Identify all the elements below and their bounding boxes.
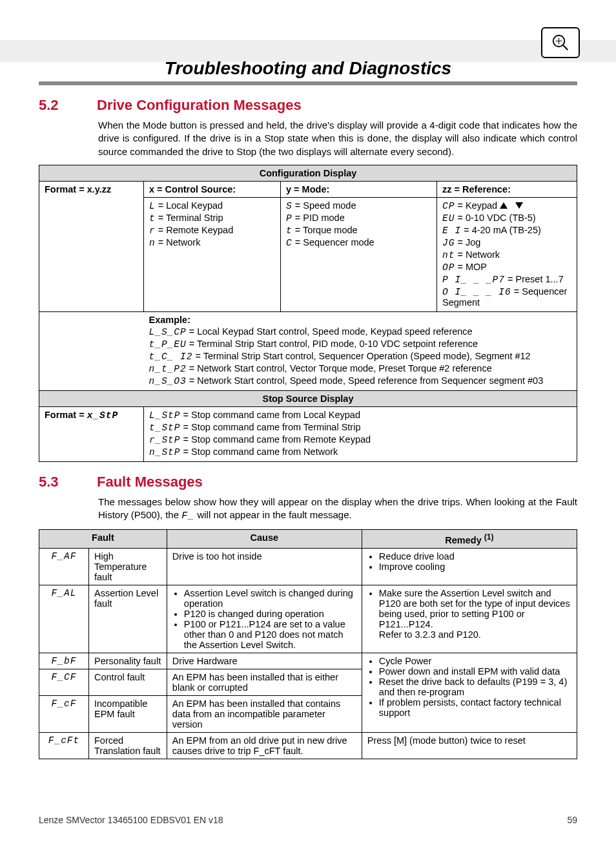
section-5-3-heading: 5.3Fault Messages bbox=[39, 474, 577, 490]
page-footer: Lenze SMVector 13465100 EDBSV01 EN v18 5… bbox=[39, 815, 577, 825]
table-row: F_AF High Temperature fault Drive is too… bbox=[39, 549, 577, 585]
cfg-format-label: Format = x.y.zz bbox=[39, 181, 144, 311]
cfg-x-header: x = Control Source: bbox=[144, 181, 281, 197]
cfg-zz-values: CP = Keypad EU = 0-10 VDC (TB-5) E I = 4… bbox=[437, 197, 577, 311]
chapter-title-bar: Troubleshooting and Diagnostics bbox=[39, 58, 577, 85]
cfg-examples: Example: L_S_CP = Local Keypad Start con… bbox=[144, 311, 577, 390]
triangle-up-icon bbox=[500, 202, 508, 209]
configuration-display-table: Configuration Display Format = x.y.zz x … bbox=[39, 165, 577, 462]
section-5-2-intro: When the Mode button is pressed and held… bbox=[98, 119, 577, 158]
magnifier-icon bbox=[541, 27, 580, 58]
cause-col-header: Cause bbox=[167, 530, 362, 549]
footer-document-id: Lenze SMVector 13465100 EDBSV01 EN v18 bbox=[39, 815, 223, 825]
svg-line-1 bbox=[563, 45, 568, 50]
cfg-y-values: S = Speed mode P = PID mode t = Torque m… bbox=[281, 197, 437, 311]
cfg-header: Configuration Display bbox=[39, 165, 577, 181]
chapter-title: Troubleshooting and Diagnostics bbox=[39, 58, 577, 79]
footer-page-number: 59 bbox=[567, 815, 577, 825]
cfg-zz-header: zz = Reference: bbox=[437, 181, 577, 197]
stop-source-header: Stop Source Display bbox=[39, 390, 577, 406]
remedy-col-header: Remedy (1) bbox=[362, 530, 577, 549]
section-5-2-heading: 5.2Drive Configuration Messages bbox=[39, 97, 577, 114]
cfg-y-header: y = Mode: bbox=[281, 181, 437, 197]
table-row: F_cFt Forced Translation fault An EPM fr… bbox=[39, 733, 577, 759]
triangle-down-icon bbox=[515, 202, 523, 209]
cfg-x-values: L = Local Keypad t = Terminal Strip r = … bbox=[144, 197, 281, 311]
fault-messages-table: Fault Cause Remedy (1) F_AF High Tempera… bbox=[39, 529, 577, 759]
table-row: F_bF Personality fault Drive Hardware Cy… bbox=[39, 653, 577, 669]
fault-col-header: Fault bbox=[39, 530, 167, 549]
stop-format-label: Format = x_StP bbox=[39, 406, 144, 461]
section-5-3-intro: The messages below show how they will ap… bbox=[98, 496, 577, 523]
table-row: F_AL Assertion Level fault Assertion Lev… bbox=[39, 585, 577, 653]
stop-source-values: L_StP = Stop command came from Local Key… bbox=[144, 406, 577, 461]
